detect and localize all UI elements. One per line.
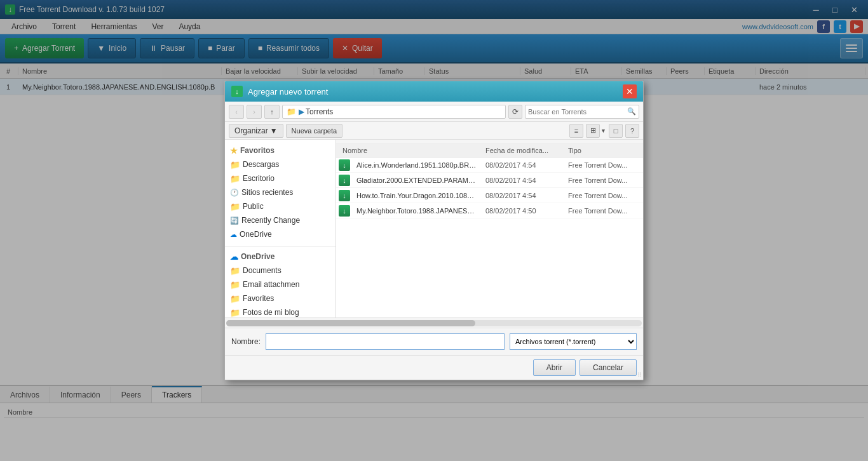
file-item[interactable]: ↓ My.Neighbor.Totoro.1988.JAPANESE.AN...…	[336, 203, 643, 218]
torrent-file-icon: ↓	[339, 190, 350, 201]
view-details-button[interactable]: ⊞	[586, 124, 600, 138]
torrent-file-icon: ↓	[339, 205, 350, 217]
nav-up-button[interactable]: ↑	[264, 105, 280, 119]
onedrive-header: ☁ OneDrive	[225, 250, 336, 264]
dialog-title-left: ↓ Agregar nuevo torrent	[231, 86, 328, 97]
dialog-overlay: ↓ Agregar nuevo torrent ✕ ‹ › ↑ 📁 ▶ Torr…	[0, 0, 868, 461]
folder-icon: 📁	[230, 160, 240, 170]
col-nombre[interactable]: Nombre	[339, 147, 482, 154]
folder-icon: 📁	[230, 308, 240, 317]
dialog-filename-row: Nombre: Archivos torrent (*.torrent)	[225, 328, 643, 355]
scroll-thumb[interactable]	[226, 320, 475, 326]
path-arrow: ▶	[299, 107, 304, 116]
file-date: 08/02/2017 4:54	[482, 192, 564, 199]
recent-icon: 🔄	[230, 217, 239, 225]
add-torrent-dialog: ↓ Agregar nuevo torrent ✕ ‹ › ↑ 📁 ▶ Torr…	[224, 81, 644, 380]
path-text: Torrents	[306, 107, 333, 116]
filetype-select[interactable]: Archivos torrent (*.torrent)	[510, 333, 637, 350]
sidebar-item-favorites[interactable]: 📁 Favorites	[225, 291, 336, 305]
search-icon: 🔍	[627, 107, 636, 116]
torrent-file-icon: ↓	[339, 175, 350, 186]
file-browser: ★ Favoritos 📁 Descargas 📁 Escritorio 🕐 S…	[225, 140, 643, 317]
file-item[interactable]: ↓ How.to.Train.Your.Dragon.2010.1080p.Bl…	[336, 188, 643, 203]
sidebar-item-sitios-recientes[interactable]: 🕐 Sitios recientes	[225, 185, 336, 199]
torrent-file-icon: ↓	[339, 159, 350, 171]
filename-input[interactable]	[266, 333, 505, 350]
organize-button[interactable]: Organizar ▼	[229, 124, 283, 138]
file-date: 08/02/2017 4:50	[482, 207, 564, 215]
file-list-header: Nombre Fecha de modifica... Tipo	[336, 144, 643, 157]
sidebar-item-escritorio[interactable]: 📁 Escritorio	[225, 171, 336, 185]
file-type: Free Torrent Dow...	[564, 207, 641, 215]
folder-icon: 📁	[230, 294, 240, 304]
help-button[interactable]: ?	[625, 124, 639, 138]
file-name: Gladiator.2000.EXTENDED.PARAMOUNT....	[353, 177, 482, 184]
file-item[interactable]: ↓ Alice.in.Wonderland.1951.1080p.BRRip.x…	[336, 157, 643, 173]
onedrive-section: ☁ OneDrive 📁 Documents 📁 Email attachmen…	[225, 246, 336, 317]
dialog-resize-handle[interactable]: ⠿	[634, 371, 643, 380]
favorites-header: ★ Favoritos	[225, 144, 336, 157]
file-name: Alice.in.Wonderland.1951.1080p.BRRip.x2.…	[353, 161, 482, 169]
horizontal-scrollbar[interactable]	[225, 317, 643, 328]
refresh-button[interactable]: ⟳	[508, 105, 522, 119]
sidebar-item-fotos[interactable]: 📁 Fotos de mi blog	[225, 305, 336, 317]
sidebar-item-descargas[interactable]: 📁 Descargas	[225, 157, 336, 171]
folder-icon: 📁	[230, 202, 240, 211]
preview-button[interactable]: □	[609, 124, 623, 138]
favorites-section: ★ Favoritos 📁 Descargas 📁 Escritorio 🕐 S…	[225, 142, 336, 243]
file-type: Free Torrent Dow...	[564, 161, 641, 169]
sidebar-item-public[interactable]: 📁 Public	[225, 199, 336, 213]
star-icon: ★	[230, 146, 238, 156]
dialog-close-button[interactable]: ✕	[623, 84, 637, 98]
onedrive-cloud-icon: ☁	[230, 252, 238, 262]
file-name: How.to.Train.Your.Dragon.2010.1080p.Bl..…	[353, 192, 482, 199]
folder-icon: 📁	[230, 266, 240, 276]
onedrive-icon: ☁	[230, 230, 237, 239]
search-input[interactable]	[528, 108, 627, 116]
clock-icon: 🕐	[230, 189, 239, 197]
folder-icon: 📁	[230, 174, 240, 184]
folder-icon: 📁	[230, 280, 240, 290]
sidebar-item-email[interactable]: 📁 Email attachmen	[225, 277, 336, 291]
col-tipo[interactable]: Tipo	[564, 147, 641, 154]
file-type: Free Torrent Dow...	[564, 192, 641, 199]
dialog-titlebar: ↓ Agregar nuevo torrent ✕	[225, 81, 643, 102]
sidebar-item-onedrive[interactable]: ☁ OneDrive	[225, 227, 336, 241]
cancel-button[interactable]: Cancelar	[580, 359, 637, 376]
filename-label: Nombre:	[231, 337, 261, 346]
dialog-toolbar: Organizar ▼ Nueva carpeta ≡ ⊞ ▼ □ ?	[225, 122, 643, 140]
sidebar-item-documents[interactable]: 📁 Documents	[225, 264, 336, 277]
view-toggle-button[interactable]: ≡	[569, 124, 583, 138]
file-list: Nombre Fecha de modifica... Tipo ↓ Alice…	[336, 140, 643, 317]
path-bar[interactable]: 📁 ▶ Torrents	[282, 105, 506, 119]
file-date: 08/02/2017 4:54	[482, 177, 564, 184]
nav-back-button[interactable]: ‹	[229, 105, 244, 119]
dialog-title-text: Agregar nuevo torrent	[248, 87, 328, 97]
organize-chevron-icon: ▼	[270, 126, 278, 135]
search-box: 🔍	[525, 105, 639, 119]
scroll-track	[226, 320, 642, 326]
new-folder-button[interactable]: Nueva carpeta	[286, 124, 343, 138]
nav-forward-button[interactable]: ›	[247, 105, 262, 119]
dialog-actions: Abrir Cancelar	[225, 355, 643, 380]
file-date: 08/02/2017 4:54	[482, 161, 564, 169]
dialog-nav: ‹ › ↑ 📁 ▶ Torrents ⟳ 🔍	[225, 102, 643, 122]
view-chevron-icon: ▼	[600, 128, 606, 134]
open-button[interactable]: Abrir	[533, 359, 576, 376]
view-options: ⊞ ▼	[586, 124, 606, 138]
sidebar-tree: ★ Favoritos 📁 Descargas 📁 Escritorio 🕐 S…	[225, 140, 336, 317]
path-folder-icon: 📁	[287, 107, 296, 116]
file-type: Free Torrent Dow...	[564, 177, 641, 184]
file-name: My.Neighbor.Totoro.1988.JAPANESE.AN...	[353, 207, 482, 215]
sidebar-item-recently-change[interactable]: 🔄 Recently Change	[225, 213, 336, 227]
file-item[interactable]: ↓ Gladiator.2000.EXTENDED.PARAMOUNT.... …	[336, 173, 643, 188]
dialog-app-icon: ↓	[231, 86, 243, 97]
col-fecha[interactable]: Fecha de modifica...	[482, 147, 564, 154]
